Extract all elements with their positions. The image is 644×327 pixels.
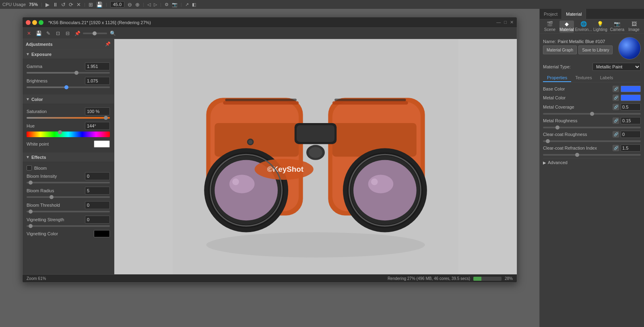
- metal-roughness-slider[interactable]: [543, 127, 641, 128]
- tool-pin[interactable]: 📌: [73, 29, 81, 37]
- gamma-label: Gamma: [27, 64, 55, 69]
- exposure-section-header[interactable]: ▼ Exposure: [23, 49, 114, 59]
- advanced-section[interactable]: ▶ Advanced: [543, 158, 641, 167]
- material-type-row: Material Type: Metallic Paint: [543, 63, 641, 71]
- tool-search[interactable]: 🔍: [109, 29, 117, 37]
- clearcoat-refraction-slider[interactable]: [543, 154, 641, 156]
- clearcoat-roughness-input[interactable]: [621, 131, 641, 138]
- toolbar-icon-arrow-left[interactable]: ◁: [147, 2, 151, 7]
- base-color-swatch[interactable]: [621, 86, 641, 92]
- tab-image[interactable]: 🖼 Image: [627, 21, 641, 33]
- bloom-intensity-slider[interactable]: [27, 182, 110, 183]
- metal-coverage-slider[interactable]: [543, 113, 641, 115]
- gamma-slider[interactable]: [27, 72, 110, 74]
- metal-roughness-input[interactable]: [621, 117, 641, 124]
- bloom-radius-input[interactable]: [85, 187, 110, 195]
- toolbar-icon-zoom-out[interactable]: ⊖: [128, 2, 132, 8]
- saturation-label: Saturation: [27, 109, 55, 114]
- toolbar-icon-export[interactable]: ↗: [185, 2, 189, 7]
- adjustments-panel: Adjustments 📌 ▼ Exposure Gamma: [23, 39, 114, 274]
- inner-tab-labels[interactable]: Labels: [596, 74, 617, 82]
- toolbar-icon-close-render[interactable]: ✕: [76, 2, 81, 8]
- toolbar-icon-stop[interactable]: ↺: [61, 2, 66, 8]
- metal-coverage-link-icon[interactable]: 🔗: [613, 104, 619, 110]
- tab-environment[interactable]: 🌐 Environ...: [576, 21, 591, 33]
- metal-color-swatch[interactable]: [621, 95, 641, 101]
- bloom-radius-slider[interactable]: [27, 196, 110, 198]
- inner-tab-properties[interactable]: Properties: [543, 74, 571, 82]
- hue-slider[interactable]: [27, 132, 110, 137]
- tool-region[interactable]: ⊟: [64, 29, 72, 37]
- brightness-input[interactable]: [85, 77, 110, 85]
- base-color-link-icon[interactable]: 🔗: [613, 86, 619, 92]
- white-point-swatch[interactable]: [94, 140, 110, 148]
- toolbar-icon-play[interactable]: ▶: [45, 2, 50, 8]
- toolbar-icon-settings[interactable]: ⚙: [165, 2, 169, 7]
- save-to-library-button[interactable]: Save to Library: [578, 45, 613, 54]
- material-buttons: Material Graph Save to Library: [543, 45, 616, 54]
- render-canvas: ©KeyShot: [114, 39, 517, 274]
- bloom-checkbox[interactable]: [27, 165, 32, 171]
- bloom-threshold-label: Bloom Threshold: [27, 203, 60, 208]
- toolbar-icon-arrow-right[interactable]: ▷: [154, 2, 157, 7]
- effects-section-header[interactable]: ▼ Effects: [23, 152, 114, 162]
- tool-pencil[interactable]: ✎: [44, 29, 52, 37]
- material-graph-button[interactable]: Material Graph: [543, 45, 577, 54]
- tab-camera[interactable]: 📷 Camera: [610, 21, 624, 33]
- clearcoat-roughness-slider[interactable]: [543, 140, 641, 142]
- material-name-row: Name: Paint Metallic Blue #107 Material …: [543, 37, 641, 60]
- panel-pin-icon[interactable]: 📌: [105, 41, 111, 47]
- brightness-slider[interactable]: [83, 33, 107, 34]
- clearcoat-refraction-link-icon[interactable]: 🔗: [613, 145, 619, 151]
- top-toolbar: CPU Usage 75% | ▶ ⏸ ↺ ⟳ ✕ | ⊞ 💾 | 45.0 ⊖…: [0, 0, 644, 9]
- tool-save[interactable]: 💾: [35, 29, 43, 37]
- toolbar-icon-save[interactable]: 💾: [96, 2, 103, 8]
- clearcoat-roughness-label: Clear-coat Roughness: [543, 132, 611, 137]
- effects-content: Bloom Bloom Intensity Bloom Ra: [23, 162, 114, 242]
- metal-roughness-link-icon[interactable]: 🔗: [613, 117, 619, 124]
- tab-material[interactable]: Material: [562, 9, 586, 19]
- clearcoat-roughness-link-icon[interactable]: 🔗: [613, 131, 619, 138]
- toolbar-icon-grid[interactable]: ⊞: [89, 2, 93, 8]
- white-point-label: White point: [27, 142, 55, 146]
- vignetting-color-swatch[interactable]: [94, 230, 110, 237]
- brightness-slider-adj[interactable]: [27, 86, 110, 88]
- toolbar-icon-pause[interactable]: ⏸: [53, 2, 58, 8]
- window-minimize-button[interactable]: [32, 20, 37, 25]
- metal-coverage-input[interactable]: [621, 103, 641, 111]
- saturation-input[interactable]: [85, 107, 110, 115]
- tab-material-icon[interactable]: ◆ Material: [559, 21, 574, 33]
- bloom-radius-label: Bloom Radius: [27, 188, 55, 193]
- render-sub-toolbar: ✕ 💾 ✎ ⊡ ⊟ 📌 🔍: [23, 28, 517, 39]
- clearcoat-refraction-input[interactable]: [621, 144, 641, 152]
- toolbar-icon-refresh[interactable]: ⟳: [69, 2, 73, 8]
- tab-project[interactable]: Project: [540, 9, 562, 19]
- window-maximize-button[interactable]: [39, 20, 43, 25]
- vignetting-strength-slider[interactable]: [27, 225, 110, 227]
- material-type-label: Material Type:: [543, 64, 571, 69]
- clearcoat-roughness-row: Clear-coat Roughness 🔗: [543, 131, 641, 138]
- inner-tab-textures[interactable]: Textures: [571, 74, 596, 82]
- render-status-bar: Zoom 61% Rendering 27% (496 MB, 46 cores…: [23, 274, 517, 282]
- tool-close[interactable]: ✕: [25, 29, 33, 37]
- tool-crop[interactable]: ⊡: [54, 29, 62, 37]
- svg-rect-9: [297, 125, 334, 142]
- vignetting-strength-input[interactable]: [85, 216, 110, 224]
- clearcoat-refraction-label: Clear-coat Refraction Index: [543, 146, 611, 150]
- bloom-intensity-input[interactable]: [85, 172, 110, 180]
- tab-lighting[interactable]: 💡 Lighting: [593, 21, 607, 33]
- window-close-button[interactable]: [26, 20, 31, 25]
- bloom-threshold-slider[interactable]: [27, 211, 110, 212]
- toolbar-icon-camera[interactable]: 📷: [172, 2, 178, 7]
- color-section-header[interactable]: ▼ Color: [23, 95, 114, 104]
- right-panel-icon-tabs: 🎬 Scene ◆ Material 🌐 Environ... 💡 Lighti…: [540, 19, 644, 34]
- toolbar-icon-zoom-in[interactable]: ⊕: [135, 2, 140, 8]
- bloom-threshold-input[interactable]: [85, 201, 110, 209]
- material-type-select[interactable]: Metallic Paint: [592, 63, 641, 71]
- gamma-input[interactable]: [85, 62, 110, 70]
- hue-input[interactable]: [85, 122, 110, 130]
- toolbar-icon-view[interactable]: ◧: [192, 2, 196, 7]
- metal-color-link-icon[interactable]: 🔗: [613, 95, 619, 101]
- tab-scene[interactable]: 🎬 Scene: [543, 21, 557, 33]
- saturation-slider[interactable]: [27, 117, 110, 119]
